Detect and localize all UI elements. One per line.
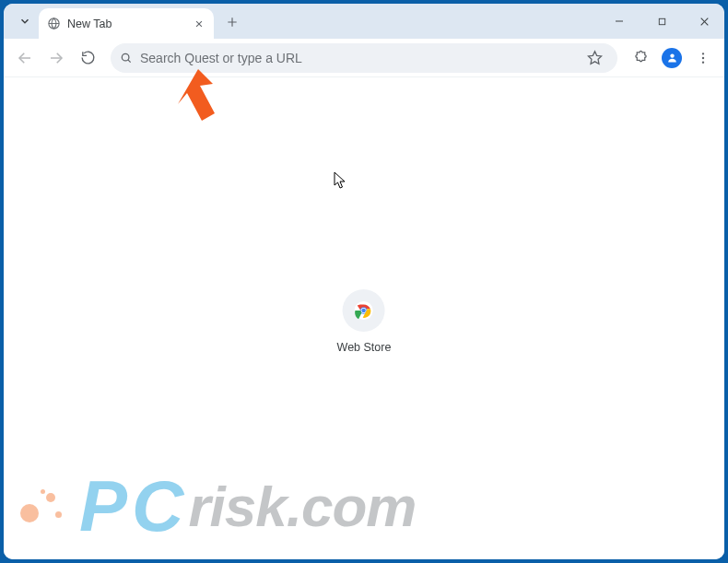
reload-button[interactable] (74, 44, 101, 72)
shortcut-tile (343, 289, 385, 332)
toolbar (4, 39, 724, 77)
maximize-button[interactable] (647, 9, 676, 33)
profile-button[interactable] (658, 44, 686, 72)
reload-icon (80, 50, 96, 65)
new-tab-button[interactable] (219, 9, 245, 35)
svg-line-12 (128, 59, 131, 62)
plus-icon (226, 16, 239, 29)
svg-point-11 (122, 53, 129, 61)
globe-icon (46, 17, 61, 31)
star-icon (587, 50, 603, 65)
maximize-icon (657, 17, 667, 27)
chrome-logo-icon (354, 300, 374, 321)
address-input[interactable] (140, 51, 573, 65)
close-icon (194, 19, 204, 29)
chevron-down-icon (18, 15, 31, 28)
overflow-menu-button[interactable] (689, 44, 717, 72)
svg-point-20 (362, 309, 367, 313)
search-icon (120, 52, 133, 65)
svg-point-16 (702, 56, 704, 58)
window-controls (605, 9, 719, 33)
tab-title: New Tab (67, 18, 185, 30)
tab-search-button[interactable] (13, 9, 37, 33)
bookmark-button[interactable] (581, 44, 608, 72)
minimize-icon (614, 16, 625, 27)
page-content: Web Store (4, 77, 724, 559)
browser-tab[interactable]: New Tab (39, 8, 214, 39)
close-icon (699, 16, 710, 28)
shortcut-web-store[interactable]: Web Store (337, 289, 392, 354)
user-avatar-icon (662, 48, 682, 68)
minimize-button[interactable] (605, 9, 634, 33)
shortcut-label: Web Store (337, 341, 392, 354)
forward-button[interactable] (42, 44, 70, 72)
puzzle-icon (633, 50, 649, 65)
browser-window: New Tab (4, 4, 724, 559)
extensions-button[interactable] (627, 44, 654, 72)
svg-point-17 (702, 61, 704, 63)
tab-close-button[interactable] (192, 17, 206, 31)
back-button[interactable] (11, 44, 39, 72)
arrow-right-icon (48, 50, 65, 66)
svg-point-14 (670, 53, 674, 57)
svg-rect-6 (659, 18, 664, 24)
arrow-left-icon (17, 50, 33, 66)
address-bar[interactable] (111, 43, 617, 73)
svg-marker-13 (588, 52, 601, 64)
window-close-button[interactable] (689, 9, 719, 33)
tab-strip: New Tab (4, 4, 724, 39)
svg-point-15 (702, 53, 704, 54)
dots-vertical-icon (696, 51, 710, 65)
